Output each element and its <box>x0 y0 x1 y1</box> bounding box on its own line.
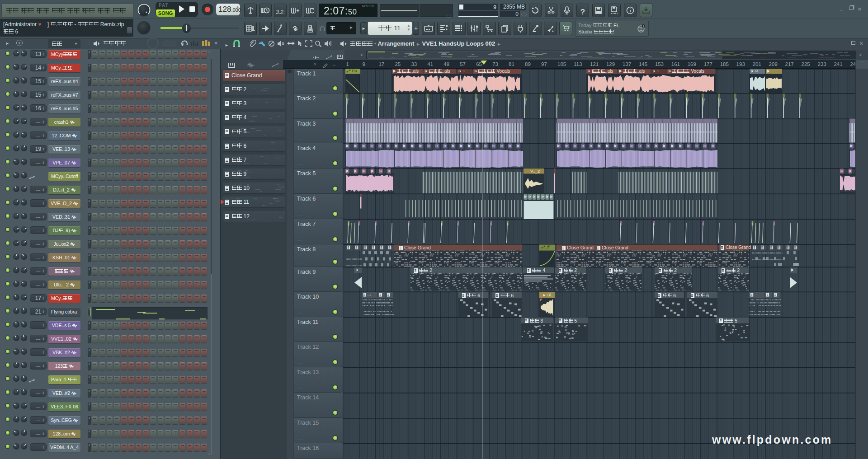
svg-text:1: 1 <box>642 24 644 28</box>
